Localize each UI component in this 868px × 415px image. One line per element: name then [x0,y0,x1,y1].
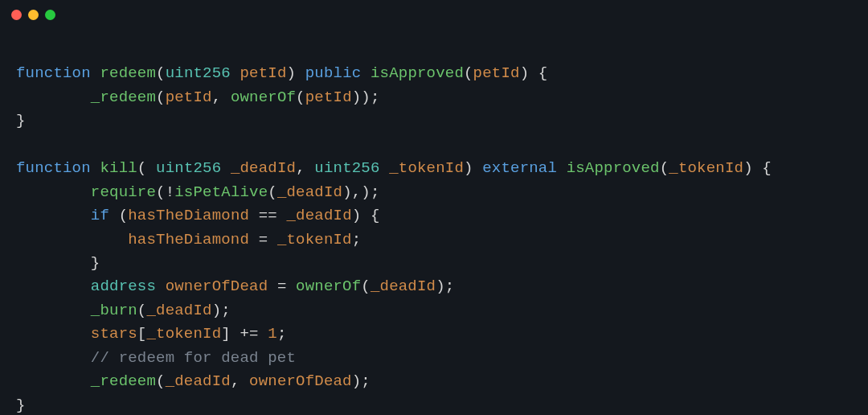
indent [16,302,91,319]
arg-deadId: _deadId [371,277,436,295]
paren-close: ) [743,159,753,177]
modifier-isApproved: isApproved [567,159,660,177]
paren-open: ( [361,277,371,295]
fn-_redeem: _redeem [91,88,156,106]
comma: , [296,159,314,177]
keyword-if: if [91,207,109,224]
paren-close: ) [287,64,297,82]
code-block: function redeem(uint256 petId) public is… [0,29,868,415]
indent [16,254,91,272]
modifier-isApproved: isApproved [371,64,464,82]
paren-open: ( [296,88,305,106]
paren-open: ( [268,183,277,201]
code-line: hasTheDiamond = _tokenId; [16,231,361,249]
paren-open: ( [137,159,156,177]
param-tokenId: _tokenId [389,159,464,177]
var-hasTheDiamond: hasTheDiamond [128,231,249,249]
indent [16,372,91,390]
fn-_redeem: _redeem [91,372,156,390]
op-assign: = [249,231,277,249]
fn-ownerOf: ownerOf [296,277,361,295]
var-stars: stars [91,325,137,343]
paren-open: ( [660,159,669,177]
comment: // redeem for dead pet [91,349,296,367]
paren-open-not: (! [156,183,174,201]
comma: , [212,88,231,106]
var-hasTheDiamond: hasTheDiamond [128,207,249,224]
paren-open: ( [156,372,166,390]
code-line: address ownerOfDead = ownerOf(_deadId); [16,277,454,295]
code-line: _redeem(_deadId, ownerOfDead); [16,372,371,390]
bracket-close: ] [221,325,231,343]
minimize-icon[interactable] [28,10,39,20]
comma: , [231,372,249,390]
paren-open: ( [156,64,166,82]
code-line: _redeem(petId, ownerOf(petId)); [16,88,380,106]
indent [16,231,128,249]
close-icon[interactable] [11,10,22,20]
indent [16,183,91,201]
bracket-open: [ [137,325,147,343]
code-window: function redeem(uint256 petId) public is… [0,0,868,415]
arg-deadId: _deadId [146,302,211,319]
paren-open: ( [156,88,166,106]
arg-deadId: _deadId [166,372,231,390]
paren-close: ); [352,372,371,390]
arg-petId: petId [305,88,352,106]
var-ownerOfDead: ownerOfDead [166,277,268,295]
arg-petId: petId [473,64,520,82]
fn-require: require [91,183,156,201]
paren-close: ) [342,183,352,201]
code-line: _burn(_deadId); [16,302,231,319]
code-line: if (hasTheDiamond == _deadId) { [16,207,380,224]
semicolon: ; [352,231,362,249]
indent [16,349,91,367]
fn-kill: kill [100,159,137,177]
paren-close: ) [464,159,473,177]
paren-open: ( [109,207,128,224]
var-tokenId: _tokenId [277,231,352,249]
paren-close: ); [212,302,231,319]
param-petId: petId [240,64,287,82]
code-line: } [16,254,100,272]
brace-close: } [91,254,100,272]
arg-deadId: _deadId [277,183,342,201]
brace-open: { [538,64,548,82]
window-titlebar [0,0,868,29]
type-address: address [91,277,156,295]
keyword-function: function [16,64,91,82]
op-eq: == [249,207,286,224]
code-line: function redeem(uint256 petId) public is… [16,64,547,82]
paren-open: ( [137,302,147,319]
op-plus-assign: += [231,325,268,343]
indent [16,325,91,343]
fn-_burn: _burn [91,302,137,319]
idx-tokenId: _tokenId [146,325,221,343]
paren-close: ,); [352,183,380,201]
fn-redeem: redeem [100,64,156,82]
type-uint256: uint256 [156,159,221,177]
code-line: } [16,397,26,414]
keyword-external: external [482,159,557,177]
paren-close: ) [520,64,530,82]
type-uint256: uint256 [166,64,231,82]
semicolon: ; [277,325,287,343]
type-uint256: uint256 [314,159,379,177]
indent [16,207,91,224]
paren-close: ); [361,88,379,106]
paren-close-brace: ) { [352,207,380,224]
code-line: require(!isPetAlive(_deadId),); [16,183,380,201]
keyword-public: public [305,64,362,82]
code-line: } [16,112,26,129]
paren-open: ( [464,64,473,82]
brace-close: } [16,112,26,129]
brace-open: { [762,159,772,177]
paren-close: ); [436,277,454,295]
code-line: // redeem for dead pet [16,349,296,367]
arg-ownerOfDead: ownerOfDead [249,372,352,390]
var-deadId: _deadId [287,207,352,224]
indent [16,277,91,295]
literal-1: 1 [268,325,277,343]
zoom-icon[interactable] [45,10,55,20]
keyword-function: function [16,159,91,177]
